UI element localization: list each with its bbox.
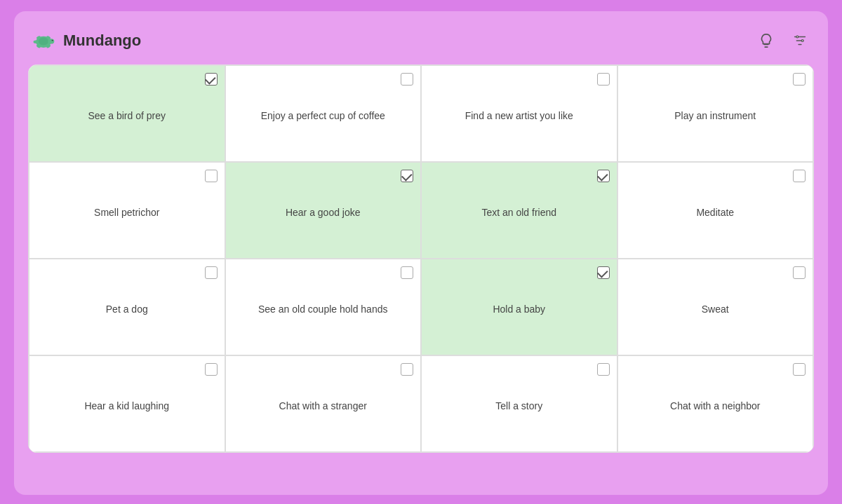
grid-cell-c16[interactable]: Chat with a neighbor — [617, 355, 814, 452]
lightbulb-icon — [759, 33, 774, 48]
checkbox-c10[interactable] — [401, 266, 413, 279]
cell-text-c5: Smell petrichor — [94, 206, 159, 220]
app-container: Mundango See a bird of preyEnjoy a perfe… — [14, 11, 828, 495]
svg-point-1 — [39, 38, 48, 46]
cell-text-c4: Play an instrument — [674, 109, 756, 123]
checkbox-c7[interactable] — [597, 170, 610, 182]
grid-cell-c4[interactable]: Play an instrument — [617, 65, 814, 162]
cell-text-c12: Sweat — [702, 303, 729, 317]
grid-cell-c7[interactable]: Text an old friend — [421, 162, 617, 259]
checkbox-c9[interactable] — [205, 266, 218, 279]
checkbox-c5[interactable] — [205, 170, 218, 182]
grid-cell-c15[interactable]: Tell a story — [421, 355, 617, 452]
grid-cell-c5[interactable]: Smell petrichor — [29, 162, 225, 259]
grid-cell-c1[interactable]: See a bird of prey — [29, 65, 225, 162]
svg-point-12 — [796, 36, 798, 38]
checkbox-c16[interactable] — [793, 363, 806, 376]
checkbox-c15[interactable] — [597, 363, 610, 376]
grid-cell-c11[interactable]: Hold a baby — [421, 259, 617, 355]
cell-text-c13: Hear a kid laughing — [84, 400, 169, 414]
checkbox-c2[interactable] — [401, 73, 413, 86]
cell-text-c2: Enjoy a perfect cup of coffee — [261, 109, 385, 123]
logo-area: Mundango — [31, 28, 141, 53]
cell-text-c6: Hear a good joke — [286, 206, 361, 220]
cell-text-c15: Tell a story — [495, 400, 542, 414]
lightbulb-button[interactable] — [755, 29, 777, 52]
checkbox-c14[interactable] — [401, 363, 413, 376]
cell-text-c14: Chat with a stranger — [279, 400, 367, 414]
svg-point-8 — [34, 41, 39, 44]
logo-text: Mundango — [63, 32, 141, 50]
cell-text-c7: Text an old friend — [481, 206, 556, 220]
cell-text-c11: Hold a baby — [493, 303, 545, 317]
svg-point-2 — [48, 39, 54, 43]
checkbox-c6[interactable] — [401, 170, 413, 182]
turtle-icon — [31, 28, 56, 53]
svg-point-13 — [801, 40, 803, 42]
checkbox-c11[interactable] — [597, 266, 610, 279]
header: Mundango — [28, 22, 814, 64]
checkbox-c13[interactable] — [205, 363, 218, 376]
grid-cell-c13[interactable]: Hear a kid laughing — [29, 355, 225, 452]
cell-text-c1: See a bird of prey — [88, 109, 166, 123]
checkbox-c3[interactable] — [597, 73, 610, 86]
filter-button[interactable] — [789, 29, 811, 52]
checkbox-c12[interactable] — [793, 266, 806, 279]
cell-text-c16: Chat with a neighbor — [670, 400, 760, 414]
grid-cell-c14[interactable]: Chat with a stranger — [225, 355, 422, 452]
bingo-grid: See a bird of preyEnjoy a perfect cup of… — [28, 64, 814, 453]
svg-point-3 — [52, 40, 53, 41]
header-icons — [755, 29, 811, 52]
grid-cell-c3[interactable]: Find a new artist you like — [421, 65, 617, 162]
grid-cell-c6[interactable]: Hear a good joke — [225, 162, 422, 259]
grid-cell-c8[interactable]: Meditate — [617, 162, 814, 259]
grid-cell-c10[interactable]: See an old couple hold hands — [225, 259, 422, 355]
grid-cell-c2[interactable]: Enjoy a perfect cup of coffee — [225, 65, 422, 162]
cell-text-c9: Pet a dog — [106, 303, 148, 317]
grid-cell-c9[interactable]: Pet a dog — [29, 259, 225, 355]
checkbox-c1[interactable] — [205, 73, 218, 86]
cell-text-c3: Find a new artist you like — [465, 109, 573, 123]
filter-icon — [792, 33, 808, 48]
checkbox-c4[interactable] — [793, 73, 806, 86]
cell-text-c10: See an old couple hold hands — [258, 303, 387, 317]
grid-cell-c12[interactable]: Sweat — [617, 259, 814, 355]
checkbox-c8[interactable] — [793, 170, 806, 182]
cell-text-c8: Meditate — [696, 206, 734, 220]
